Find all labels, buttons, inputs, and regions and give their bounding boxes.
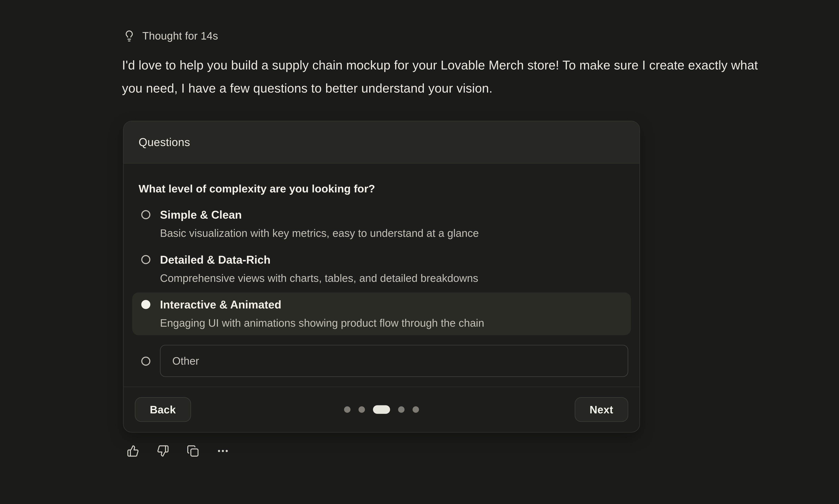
other-input[interactable] [160, 345, 628, 377]
pagination-dot[interactable] [359, 406, 365, 413]
option-detailed-data-rich[interactable]: Detailed & Data-Rich Comprehensive views… [132, 248, 631, 290]
option-simple-clean[interactable]: Simple & Clean Basic visualization with … [132, 202, 631, 246]
option-label: Detailed & Data-Rich [160, 252, 478, 268]
option-text: Simple & Clean Basic visualization with … [160, 207, 479, 241]
pagination-dots [344, 406, 419, 414]
option-text: Interactive & Animated Engaging UI with … [160, 297, 484, 331]
option-label: Interactive & Animated [160, 297, 484, 313]
radio-selected-icon[interactable] [141, 300, 150, 309]
option-other[interactable] [132, 341, 631, 381]
option-description: Basic visualization with key metrics, ea… [160, 225, 479, 241]
pagination-dot[interactable] [344, 406, 350, 413]
option-description: Engaging UI with animations showing prod… [160, 315, 484, 331]
card-title: Questions [139, 136, 190, 149]
options-list: Simple & Clean Basic visualization with … [124, 202, 640, 381]
lightbulb-icon [123, 30, 135, 42]
ellipsis-icon [217, 445, 229, 457]
pagination-dot-active[interactable] [373, 406, 390, 414]
card-body: What level of complexity are you looking… [124, 164, 640, 386]
chat-message-block: Thought for 14s I'd love to help you bui… [0, 0, 839, 504]
thumbs-down-icon [157, 445, 169, 457]
copy-button[interactable] [187, 445, 199, 457]
option-interactive-animated[interactable]: Interactive & Animated Engaging UI with … [132, 292, 631, 335]
more-options-button[interactable] [217, 445, 229, 457]
pagination-dot[interactable] [398, 406, 404, 413]
radio-unselected-icon[interactable] [141, 255, 150, 264]
message-actions [127, 445, 229, 457]
thought-summary[interactable]: Thought for 14s [123, 29, 218, 43]
option-description: Comprehensive views with charts, tables,… [160, 270, 478, 286]
next-button[interactable]: Next [575, 397, 628, 422]
card-footer: Back Next [124, 386, 640, 432]
question-text: What level of complexity are you looking… [139, 181, 624, 196]
thumbs-down-button[interactable] [157, 445, 169, 457]
assistant-message-text: I'd love to help you build a supply chai… [122, 54, 764, 100]
option-label: Simple & Clean [160, 207, 479, 223]
copy-icon [187, 445, 199, 457]
radio-unselected-icon[interactable] [141, 210, 150, 219]
back-button[interactable]: Back [135, 397, 191, 422]
thumbs-up-icon [127, 445, 139, 457]
card-header: Questions [124, 121, 640, 164]
option-text: Detailed & Data-Rich Comprehensive views… [160, 252, 478, 286]
questions-card: Questions What level of complexity are y… [123, 121, 640, 433]
thought-label: Thought for 14s [142, 29, 218, 43]
thumbs-up-button[interactable] [127, 445, 139, 457]
pagination-dot[interactable] [413, 406, 419, 413]
radio-unselected-icon[interactable] [141, 356, 150, 365]
